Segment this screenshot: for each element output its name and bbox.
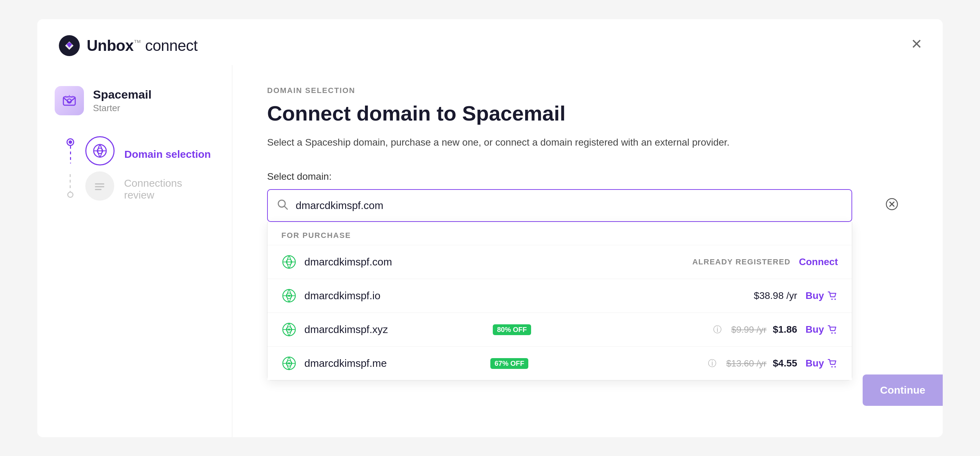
main-title: Connect domain to Spacemail bbox=[267, 102, 908, 125]
svg-point-28 bbox=[834, 332, 836, 334]
product-card: Spacemail Starter bbox=[55, 86, 215, 115]
price-area-xyz: ⓘ $9.99 /yr $1.86 bbox=[713, 324, 797, 335]
discount-badge-me: 67% OFF bbox=[490, 358, 529, 369]
modal-body: Spacemail Starter bbox=[37, 65, 943, 437]
domain-name-me: dmarcdkimspf.me bbox=[304, 357, 484, 369]
dropdown-item-me[interactable]: dmarcdkimspf.me 67% OFF ⓘ $13.60 /yr $4.… bbox=[267, 346, 852, 380]
main-content: DOMAIN SELECTION Connect domain to Space… bbox=[232, 65, 943, 437]
product-plan: Starter bbox=[93, 103, 151, 113]
price-current-xyz: $1.86 bbox=[773, 324, 797, 335]
price-original-xyz: $9.99 /yr bbox=[731, 324, 767, 335]
domain-status-icon-me bbox=[282, 356, 297, 371]
svg-point-34 bbox=[834, 366, 836, 368]
discount-badge-xyz: 80% OFF bbox=[493, 324, 531, 335]
spacemail-icon bbox=[60, 92, 78, 109]
info-icon-me: ⓘ bbox=[708, 358, 716, 369]
step2-icon-circle bbox=[85, 171, 114, 201]
connect-button-com[interactable]: Connect bbox=[799, 257, 838, 268]
section-label: DOMAIN SELECTION bbox=[267, 86, 908, 95]
buy-button-me[interactable]: Buy bbox=[805, 358, 838, 369]
price-original-me: $13.60 /yr bbox=[726, 358, 767, 369]
step-connections-review: Connections review bbox=[65, 171, 215, 201]
price-current-me: $4.55 bbox=[773, 358, 797, 369]
step1-connector bbox=[65, 138, 76, 163]
domain-status-icon-io bbox=[282, 288, 297, 303]
domain-icon-svg bbox=[92, 143, 108, 158]
search-clear-button[interactable] bbox=[886, 198, 898, 213]
close-button[interactable]: × bbox=[912, 35, 922, 53]
domain-status-icon-xyz bbox=[282, 322, 297, 337]
sidebar: Spacemail Starter bbox=[37, 65, 232, 437]
svg-point-33 bbox=[831, 366, 833, 368]
modal-header: Unbox™ connect × bbox=[37, 19, 943, 65]
step1-line bbox=[70, 146, 71, 163]
dropdown-item-io[interactable]: dmarcdkimspf.io $38.98 /yr Buy bbox=[267, 279, 852, 313]
svg-point-27 bbox=[831, 332, 833, 334]
modal: Unbox™ connect × Spacemail St bbox=[37, 19, 943, 437]
price-regular-io: $38.98 /yr bbox=[754, 290, 797, 301]
product-icon-wrap bbox=[55, 86, 84, 115]
product-name: Spacemail bbox=[93, 88, 151, 101]
logo: Unbox™ connect bbox=[58, 35, 197, 57]
domain-search-input[interactable] bbox=[267, 189, 852, 222]
step-domain-selection: Domain selection bbox=[65, 136, 215, 166]
price-area-io: $38.98 /yr bbox=[754, 290, 797, 301]
dropdown-item-com[interactable]: dmarcdkimspf.com ALREADY REGISTERED Conn… bbox=[267, 245, 852, 279]
buy-button-io[interactable]: Buy bbox=[805, 290, 838, 301]
price-area-me: ⓘ $13.60 /yr $4.55 bbox=[708, 358, 797, 369]
info-icon-xyz: ⓘ bbox=[713, 324, 722, 335]
step2-label: Connections review bbox=[124, 171, 215, 201]
svg-point-21 bbox=[831, 298, 833, 300]
connections-icon-svg bbox=[93, 179, 107, 193]
main-description: Select a Spaceship domain, purchase a ne… bbox=[267, 135, 824, 150]
step2-line-top bbox=[70, 174, 71, 191]
cart-icon-io bbox=[827, 291, 838, 300]
svg-rect-1 bbox=[64, 97, 75, 105]
steps-container: Domain selection Conn bbox=[55, 136, 215, 201]
svg-line-10 bbox=[285, 207, 287, 209]
product-info: Spacemail Starter bbox=[93, 88, 151, 113]
logo-icon bbox=[58, 35, 80, 57]
step1-dot bbox=[67, 138, 74, 146]
buy-button-xyz[interactable]: Buy bbox=[805, 324, 838, 335]
select-domain-label: Select domain: bbox=[267, 171, 908, 182]
search-icon bbox=[277, 199, 288, 212]
domain-status-icon-com bbox=[282, 254, 297, 269]
continue-button[interactable]: Continue bbox=[863, 375, 943, 406]
domain-name-io: dmarcdkimspf.io bbox=[304, 290, 754, 302]
step1-icon-circle bbox=[85, 136, 115, 166]
domain-name-xyz: dmarcdkimspf.xyz bbox=[304, 324, 487, 335]
domain-name-com: dmarcdkimspf.com bbox=[304, 256, 692, 268]
step1-label: Domain selection bbox=[124, 142, 211, 160]
step2-dot bbox=[67, 191, 73, 198]
already-registered-label: ALREADY REGISTERED bbox=[692, 257, 791, 266]
domain-dropdown: FOR PURCHASE dmarcdkimspf.com ALREADY RE… bbox=[267, 222, 852, 380]
dropdown-section-label: FOR PURCHASE bbox=[267, 222, 852, 245]
logo-text: Unbox™ connect bbox=[87, 37, 197, 54]
dropdown-item-xyz[interactable]: dmarcdkimspf.xyz 80% OFF ⓘ $9.99 /yr $1.… bbox=[267, 313, 852, 346]
search-box-wrap bbox=[267, 189, 908, 222]
cart-icon-me bbox=[827, 359, 838, 368]
svg-point-22 bbox=[834, 298, 836, 300]
cart-icon-xyz bbox=[827, 325, 838, 334]
step2-connector bbox=[65, 174, 76, 198]
